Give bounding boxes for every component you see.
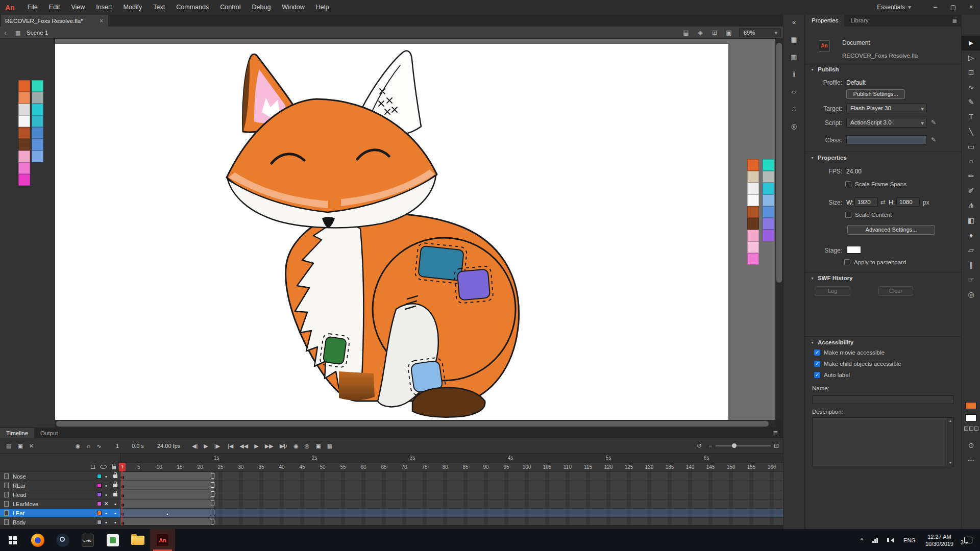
color-swatch[interactable] [32,92,43,104]
checkbox-icon[interactable] [845,181,851,187]
layer-outline-color[interactable] [97,502,102,506]
reset-timeline-zoom-icon[interactable]: ↺ [697,438,702,454]
layer-lock-toggle[interactable]: • [111,501,120,507]
forward-icon[interactable]: ▶▶ [262,438,277,454]
canvas-pasteboard[interactable] [55,39,783,428]
class-input[interactable] [846,135,927,144]
layer-row-rear[interactable]: REar• [0,481,120,490]
fox-tail-tip[interactable] [412,388,485,417]
color-swatch[interactable] [763,206,774,218]
language-indicator[interactable]: ENG [900,537,919,543]
tab-properties[interactable]: Properties [805,15,844,27]
graph-view-icon[interactable]: ∿ [94,438,105,454]
history-panel-icon[interactable]: ∴ [787,104,801,115]
hand-tool[interactable]: ☞ [962,272,980,287]
tab-timeline[interactable]: Timeline [0,428,34,438]
timeline-zoom-slider-thumb[interactable] [732,443,737,448]
end-frame-marker[interactable] [211,500,214,506]
layer-visibility-toggle[interactable]: • [102,483,111,489]
scroll-up-icon[interactable]: ▲ [947,418,953,423]
taskbar-app-button[interactable] [100,529,125,551]
script-edit-icon[interactable]: ✎ [931,119,936,126]
line-tool[interactable]: ╲ [962,124,980,139]
color-swatch[interactable] [32,115,43,127]
rectangle-tool[interactable]: ▭ [962,139,980,154]
playhead[interactable]: 1 [119,463,126,471]
make-child-objects-accessible-checkbox[interactable]: Make child objects accessible [814,361,901,367]
animate-logo[interactable]: An [0,4,22,12]
frame-rate-indicator[interactable]: 24.00 fps [157,438,180,454]
layer-visibility-toggle[interactable]: • [102,519,111,525]
accessibility-name-input[interactable] [812,395,954,404]
new-folder-icon[interactable]: ▣ [14,438,26,454]
layer-outline-color[interactable] [97,520,102,524]
layer-outline-color[interactable] [97,511,102,515]
checkbox-icon[interactable] [844,259,850,265]
stage-height-input[interactable]: 1080 [896,197,920,207]
scale-content-checkbox[interactable]: Scale Content [845,212,892,218]
selection-tool[interactable]: ► [962,36,980,51]
layer-row-nose[interactable]: Nose• [0,472,120,481]
keyframe-hollow[interactable] [166,513,169,516]
hidden-icons-button[interactable]: ^ [857,537,867,543]
color-swatch[interactable] [32,151,43,162]
color-swatch[interactable] [747,194,759,206]
color-swatch[interactable] [32,80,43,92]
center-frame-icon[interactable]: ⊞ [707,27,722,39]
timeline-ruler-frames[interactable]: 5101520253035404550556065707580859095100… [120,463,783,472]
marker-range-icon[interactable]: ▦ [324,438,335,454]
vertical-scrollbar-thumb[interactable] [776,43,782,283]
minimize-button[interactable]: – [926,0,944,15]
stage-color-swatch[interactable] [847,246,861,254]
accessibility-description-textarea[interactable]: ▲ ▼ [812,417,954,466]
outline-column-icon[interactable] [91,465,95,469]
color-swatch[interactable] [18,174,30,186]
section-properties[interactable]: Properties [811,155,847,161]
fox-patch-purple[interactable] [457,269,491,300]
horizontal-scrollbar-thumb[interactable] [56,421,769,427]
color-swatch[interactable] [18,80,30,92]
onion-outlines-icon[interactable]: ◎ [302,438,313,454]
menu-item-commands[interactable]: Commands [170,4,214,11]
step-forward-icon[interactable]: |▶ [211,438,223,454]
layer-frames-lear[interactable] [120,509,783,518]
paint-bucket-tool[interactable]: ◧ [962,213,980,228]
apply-pasteboard-checkbox[interactable]: Apply to pasteboard [844,259,906,265]
network-icon[interactable] [869,538,881,543]
color-swatch[interactable] [18,139,30,151]
script-select[interactable]: ActionScript 3.0 [846,118,927,128]
color-swatch[interactable] [763,171,774,183]
layer-frames-rear[interactable] [120,481,783,490]
edit-symbols-icon[interactable]: ◈ [693,27,707,39]
clip-icon[interactable]: ▣ [722,27,736,39]
zoom-level-select[interactable]: 69% [739,28,781,37]
swatches-panel-icon[interactable]: ▥ [787,52,801,63]
menu-item-modify[interactable]: Modify [118,4,148,11]
tab-close-icon[interactable]: × [99,17,104,24]
taskbar-firefox-button[interactable] [25,529,50,551]
eyedropper-tool[interactable]: ♦ [962,228,980,243]
layer-visibility-toggle[interactable]: ✕ [102,500,111,507]
free-transform-tool[interactable]: ⊡ [962,65,980,80]
timeline-zoom-fit-icon[interactable]: ⊡ [774,438,779,454]
no-color-icon[interactable] [969,427,973,431]
publish-settings-button[interactable]: Publish Settings... [846,89,905,99]
target-select[interactable]: Flash Player 30 [846,104,927,113]
timeline-menu-icon[interactable]: ≣ [768,430,783,437]
layer-row-body[interactable]: Body•• [0,518,120,525]
document-tab[interactable]: RECOVER_Foxs Resolve.fla* × [1,15,108,27]
taskbar-explorer-button[interactable] [125,529,150,551]
section-publish[interactable]: Publish [811,66,839,72]
section-swf-history[interactable]: SWF History [811,275,852,281]
stage-width-input[interactable]: 1920 [854,197,878,207]
color-swatch[interactable] [747,159,759,171]
stroke-color-swatch[interactable] [965,402,976,409]
layer-frames-body[interactable] [120,518,783,525]
camera-icon[interactable]: ◉ [72,438,84,454]
panel-menu-icon[interactable]: ≣ [948,17,961,24]
color-swatch[interactable] [32,127,43,139]
checkbox-checked-icon[interactable] [814,361,820,367]
layer-frames-head[interactable] [120,490,783,499]
layer-frames-learmove[interactable] [120,499,783,509]
taskbar-clock[interactable]: 12:27 AM 10/30/2019 [921,533,958,547]
